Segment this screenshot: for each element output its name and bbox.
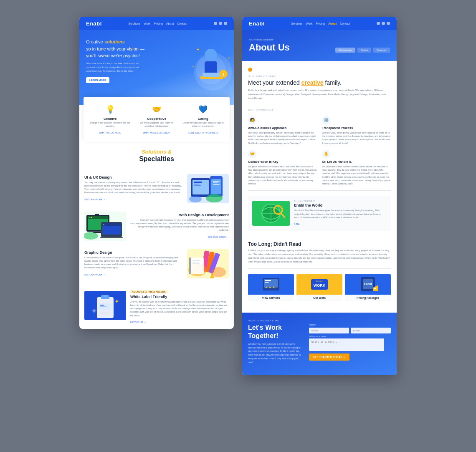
screens-container: Enäbl Solutions Work Pricing About Conta…: [79, 17, 397, 375]
anti-goldilocks-desc: Our clean-slate philosophy doesn't deem …: [248, 131, 317, 145]
service-ui-desc: You may not speak completely stop around…: [84, 181, 183, 194]
pricing-label: Pricing Packages: [345, 295, 391, 301]
service-ui-link[interactable]: SEE OUR WORK →: [84, 198, 105, 201]
right-nav-about[interactable]: About: [328, 22, 337, 25]
social-icon-1[interactable]: [214, 22, 217, 25]
caring-desc: Create remarkable work that gives great …: [182, 121, 225, 128]
philosophy-eyebrow: OUR PHILOSOPHY: [248, 75, 391, 78]
contact-form-side: Name Write us a note GET STARTED TODAY →: [309, 323, 391, 361]
svg-rect-47: [192, 260, 201, 261]
features-section: 💡 Creative Design is our passion, soluti…: [84, 97, 230, 142]
right-social-icons: [377, 22, 390, 25]
tab-summary[interactable]: Summary: [373, 48, 390, 53]
service-graphic-content: Graphic Design Customization is the name…: [84, 250, 183, 277]
right-screen: Enäbl Services Work Pricing About Contac…: [242, 17, 397, 375]
svg-rect-55: [100, 305, 104, 306]
hero-cta-button[interactable]: LEARN MORE: [86, 77, 109, 83]
svg-rect-35: [103, 224, 104, 225]
left-navbar: Enäbl Solutions Work Pricing About Conta…: [79, 17, 234, 30]
right-nav-services[interactable]: Services: [291, 22, 303, 25]
social-icon-3[interactable]: [224, 22, 227, 25]
right-nav-links: Services Work Pricing About Contact: [291, 22, 350, 25]
whitelabel-desc: Are you an agency with an overflowing wo…: [130, 300, 229, 317]
svg-text:✦: ✦: [91, 306, 98, 316]
caring-icon: 💙: [198, 105, 208, 114]
svg-rect-28: [89, 217, 90, 218]
approach-handle-it: ✋ Or, Let Us Handle It. We understand th…: [322, 150, 391, 186]
form-message-textarea[interactable]: [309, 338, 384, 351]
creative-link[interactable]: WHAT WE DO HERE: [99, 131, 121, 134]
world-content: PHILANTHROPIC Enäbl the World Our Enäbl …: [294, 200, 387, 227]
svg-rect-36: [100, 237, 123, 238]
feature-caring: 💙 Caring Create remarkable work that giv…: [182, 104, 225, 135]
tldr-title: Too Long; Didn't Read: [248, 241, 391, 247]
svg-rect-29: [91, 217, 92, 218]
service-graphic-link[interactable]: SEE OUR WORK →: [84, 273, 105, 276]
service-ui-image: [187, 174, 229, 203]
approach-transparent: ⚙️ Transparent Process With our 1800-cli…: [322, 116, 391, 145]
handle-it-icon: ✋: [322, 150, 330, 158]
our-work-label: Our Work: [296, 295, 342, 301]
right-nav-work[interactable]: Work: [306, 22, 312, 25]
creative-icon-wrap: 💡: [104, 104, 116, 115]
nav-about[interactable]: About: [166, 22, 174, 25]
svg-text:✦: ✦: [114, 298, 119, 305]
right-nav-contact[interactable]: Contact: [340, 22, 350, 25]
anti-goldilocks-icon: 🧑: [248, 116, 256, 124]
world-link[interactable]: 0.00k: [294, 223, 299, 225]
svg-point-22: [206, 194, 223, 202]
form-email-input[interactable]: [351, 328, 391, 333]
anti-goldilocks-title: Anti-Goldilocks Approach: [248, 126, 317, 130]
service-graphic: Graphic Design Customization is the name…: [79, 245, 234, 283]
approach-anti-goldilocks: 🧑 Anti-Goldilocks Approach Our clean-sla…: [248, 116, 317, 145]
nav-solutions[interactable]: Solutions: [129, 22, 141, 25]
tldr-text: Enäbl is not your stereotypical design a…: [248, 249, 391, 263]
cta-our-work[interactable]: WORK Enäbl Our Work: [296, 274, 342, 301]
divider-3: [248, 236, 391, 236]
about-content: OUR PHILOSOPHY Meet your extended creati…: [242, 61, 397, 313]
nav-contact[interactable]: Contact: [177, 22, 187, 25]
hero-headline: Creative solutionsso in tune with your v…: [86, 38, 144, 59]
right-nav-pricing[interactable]: Pricing: [316, 22, 325, 25]
service-web-link[interactable]: SEE OUR WORK →: [208, 236, 229, 238]
right-social-icon-3[interactable]: [387, 22, 390, 25]
whitelabel-link[interactable]: LET'S CHAT →: [130, 321, 146, 323]
service-web-content: Web Design & Development You can't overe…: [130, 213, 229, 240]
svg-rect-5: [203, 73, 221, 77]
view-services-image: ★ ★ ★: [248, 274, 294, 295]
form-name-input[interactable]: [309, 328, 349, 333]
svg-point-2: [205, 49, 217, 61]
contact-desc: Whether you have a project in mind with …: [248, 342, 302, 364]
right-social-icon-2[interactable]: [382, 22, 385, 25]
whitelabel-content: AGENCIES & FREELANCERS White-Label Frien…: [130, 287, 229, 325]
form-submit-button[interactable]: GET STARTED TODAY →: [309, 354, 349, 361]
service-web: Web Design & Development You can't overe…: [79, 207, 234, 245]
tldr-section: Too Long; Didn't Read Enäbl is not your …: [248, 241, 391, 269]
creative-title: Creative: [89, 117, 132, 121]
nav-work[interactable]: Work: [144, 22, 150, 25]
whitelabel-image: ✦ ✦: [84, 291, 126, 320]
social-icon-2[interactable]: [219, 22, 222, 25]
solutions-section: Solutions & Specialties: [79, 142, 234, 169]
contact-eyebrow: REACH US ANYTIME: [248, 319, 391, 322]
transparent-icon: ⚙️: [322, 116, 330, 124]
svg-text:WORK: WORK: [314, 283, 326, 288]
svg-rect-20: [194, 184, 200, 184]
approach-grid: 🧑 Anti-Goldilocks Approach Our clean-sla…: [248, 116, 391, 186]
right-social-icon-1[interactable]: [377, 22, 380, 25]
enabl-world-section: PHILANTHROPIC Enäbl the World Our Enäbl …: [248, 196, 391, 231]
svg-rect-30: [95, 214, 99, 215]
caring-link[interactable]: COME SEE FOR YOURSELF: [188, 131, 218, 134]
orange-dot-decoration: [248, 68, 252, 72]
cta-pricing[interactable]: Enäbl Pricing Packages: [345, 274, 391, 301]
left-logo: Enäbl: [86, 20, 102, 27]
tab-culture[interactable]: Culture: [357, 48, 372, 53]
view-services-label: View Services: [248, 295, 294, 301]
cta-view-services[interactable]: ★ ★ ★ View Services: [248, 274, 294, 301]
svg-text:Enäbl: Enäbl: [316, 280, 322, 283]
tab-methodology[interactable]: Methodology: [335, 48, 355, 53]
cooperative-link[interactable]: WHAT MAKES US GREAT: [143, 131, 170, 134]
nav-pricing[interactable]: Pricing: [154, 22, 163, 25]
service-ui-content: UI & UX Design You may not speak complet…: [84, 175, 183, 202]
left-hero: Creative solutionsso in tune with your v…: [79, 30, 234, 105]
